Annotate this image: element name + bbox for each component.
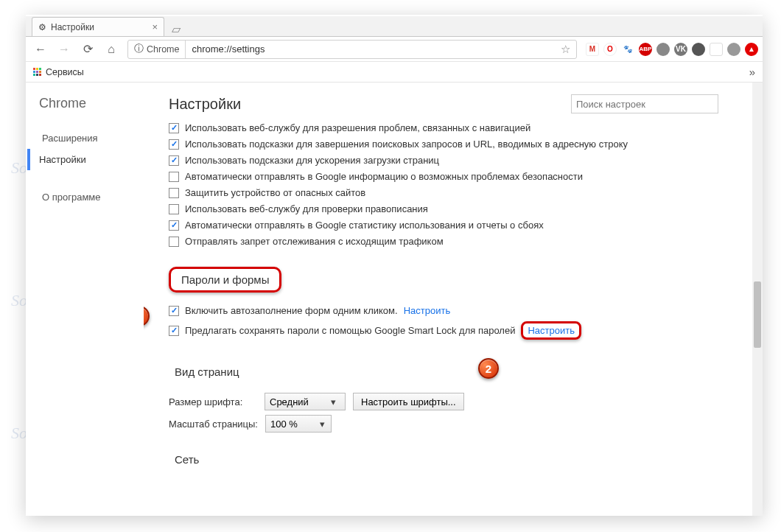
font-size-label: Размер шрифта: [169, 396, 257, 407]
annotation-badge-2: 2 [478, 358, 499, 379]
privacy-row: Отправлять запрет отслеживания с исходящ… [169, 236, 748, 247]
smartlock-configure-link[interactable]: Настроить [521, 321, 581, 340]
extension-icon[interactable]: 🐾 [621, 43, 634, 56]
url-text: chrome://settings [186, 43, 270, 55]
reload-button[interactable]: ⟳ [77, 39, 98, 60]
eye-icon[interactable]: 👁 [710, 43, 723, 56]
settings-sidebar: Chrome Расширения Настройки О программе [26, 83, 144, 516]
extension-icon[interactable] [692, 43, 705, 56]
privacy-row: Использовать подсказки для ускорения заг… [169, 155, 748, 166]
setting-label: Предлагать сохранять пароли с помощью Go… [185, 325, 515, 336]
bookmarks-overflow-button[interactable]: » [749, 66, 755, 78]
privacy-row: Использовать веб-службу для проверки пра… [169, 203, 748, 214]
bookmark-star-icon[interactable]: ☆ [555, 43, 576, 56]
tab-settings[interactable]: ⚙ Настройки × [32, 17, 164, 36]
services-bookmark[interactable]: Сервисы [46, 67, 84, 77]
tab-strip: ⚙ Настройки × ▱ [26, 16, 763, 37]
configure-fonts-button[interactable]: Настроить шрифты... [353, 393, 464, 410]
autofill-row: Включить автозаполнение форм одним клико… [169, 305, 748, 316]
annotation-badge-1: 1 [144, 306, 150, 326]
sidebar-item-extensions[interactable]: Расширения [39, 127, 144, 149]
extension-icon[interactable] [727, 43, 740, 56]
checkbox[interactable] [169, 306, 179, 316]
apps-icon[interactable] [33, 68, 41, 76]
setting-label: Защитить устройство от опасных сайтов [185, 187, 365, 198]
vk-icon[interactable]: VK [674, 43, 687, 56]
new-tab-button[interactable]: ▱ [167, 22, 185, 36]
settings-search-input[interactable] [571, 94, 718, 113]
font-size-select[interactable]: Средний [265, 393, 346, 410]
security-chip: ⓘ Chrome [128, 41, 186, 58]
setting-label: Использовать подсказки для завершения по… [185, 139, 628, 150]
setting-label: Использовать веб-службу для проверки пра… [185, 203, 428, 214]
checkbox[interactable] [169, 188, 179, 198]
info-icon: ⓘ [134, 43, 144, 55]
extension-icons: M O 🐾 ABP VK 👁 ▲ [586, 43, 758, 56]
chip-label: Chrome [147, 44, 179, 55]
font-size-value: Средний [270, 396, 309, 407]
home-button[interactable]: ⌂ [101, 39, 122, 60]
checkbox[interactable] [169, 204, 179, 214]
setting-label: Использовать веб-службу для разрешения п… [185, 122, 530, 133]
settings-search[interactable] [571, 94, 718, 113]
forward-button[interactable]: → [54, 39, 74, 60]
setting-label: Включить автозаполнение форм одним клико… [185, 305, 398, 316]
toolbar: ← → ⟳ ⌂ ⓘ Chrome chrome://settings ☆ M O… [26, 37, 763, 62]
setting-label: Автоматически отправлять в Google информ… [185, 171, 583, 182]
section-network-heading: Сеть [169, 450, 205, 469]
adblock-icon[interactable]: ABP [639, 43, 652, 56]
page-title: Настройки [169, 96, 241, 113]
zoom-row: Масштаб страницы: 100 % [169, 415, 748, 433]
checkbox[interactable] [169, 172, 179, 182]
checkbox[interactable] [169, 220, 179, 231]
zoom-value: 100 % [270, 419, 298, 430]
section-appearance-heading: Вид страниц [169, 363, 245, 381]
privacy-row: Использовать веб-службу для разрешения п… [169, 122, 748, 133]
sidebar-item-about[interactable]: О программе [39, 186, 144, 208]
checkbox[interactable] [169, 326, 179, 336]
section-passwords-forms-heading: Пароли и формы [169, 267, 281, 293]
checkbox[interactable] [169, 123, 179, 133]
font-size-row: Размер шрифта: Средний Настроить шрифты.… [169, 393, 748, 410]
setting-label: Использовать подсказки для ускорения заг… [185, 155, 439, 166]
smartlock-row: Предлагать сохранять пароли с помощью Go… [169, 321, 748, 340]
bookmarks-bar: Сервисы » [26, 62, 763, 83]
zoom-label: Масштаб страницы: [169, 419, 258, 430]
zoom-select[interactable]: 100 % [265, 415, 332, 433]
sidebar-item-settings[interactable]: Настройки [27, 149, 144, 170]
scrollbar-thumb[interactable] [754, 281, 761, 348]
brand-label: Chrome [39, 96, 144, 111]
address-bar[interactable]: ⓘ Chrome chrome://settings ☆ [127, 40, 577, 59]
gmail-icon[interactable]: M [586, 43, 599, 56]
setting-label: Автоматически отправлять в Google статис… [185, 220, 544, 231]
content-area: Chrome Расширения Настройки О программе … [26, 83, 763, 516]
back-button[interactable]: ← [30, 39, 51, 60]
checkbox[interactable] [169, 139, 179, 150]
tab-title: Настройки [51, 22, 94, 32]
checkbox[interactable] [169, 155, 179, 166]
main-header: Настройки [169, 94, 748, 113]
setting-label: Отправлять запрет отслеживания с исходящ… [185, 236, 444, 247]
opera-icon[interactable]: O [603, 43, 617, 56]
checkbox[interactable] [169, 237, 179, 247]
extension-icon[interactable] [656, 43, 670, 56]
autofill-configure-link[interactable]: Настроить [404, 305, 451, 316]
browser-window: — ☐ ✕ ⚙ Настройки × ▱ ← → ⟳ ⌂ ⓘ Chrome c… [26, 15, 763, 516]
tab-close-button[interactable]: × [152, 21, 158, 32]
content-scrollbar[interactable] [752, 83, 763, 516]
privacy-row: Защитить устройство от опасных сайтов [169, 187, 748, 198]
extension-icon[interactable]: ▲ [745, 43, 758, 56]
privacy-row: Автоматически отправлять в Google информ… [169, 171, 748, 182]
gear-icon: ⚙ [38, 22, 46, 32]
settings-main: Настройки Использовать веб-службу для ра… [144, 83, 763, 516]
privacy-row: Использовать подсказки для завершения по… [169, 139, 748, 150]
privacy-row: Автоматически отправлять в Google статис… [169, 220, 748, 231]
